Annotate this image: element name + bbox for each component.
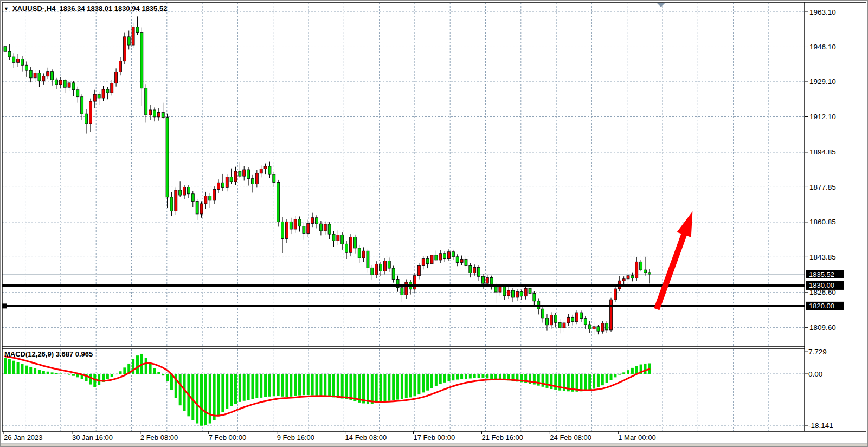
svg-text:-18.141: -18.141	[808, 422, 833, 430]
svg-text:1860.85: 1860.85	[809, 218, 836, 226]
svg-text:24 Feb 08:00: 24 Feb 08:00	[550, 433, 591, 442]
svg-text:1929.10: 1929.10	[809, 77, 836, 86]
svg-text:1894.85: 1894.85	[809, 148, 836, 156]
svg-text:7.729: 7.729	[808, 348, 827, 356]
svg-text:1830.00: 1830.00	[809, 281, 834, 289]
svg-text:1843.85: 1843.85	[809, 253, 836, 261]
chart-window: 1963.101946.101929.101912.101894.851877.…	[0, 0, 868, 447]
svg-text:7 Feb 00:00: 7 Feb 00:00	[209, 433, 246, 442]
svg-text:1946.10: 1946.10	[809, 43, 836, 51]
chart-background	[0, 0, 868, 447]
svg-text:1820.00: 1820.00	[809, 302, 834, 310]
level-selection-handle[interactable]	[2, 303, 7, 308]
svg-text:9 Feb 16:00: 9 Feb 16:00	[277, 433, 314, 442]
svg-text:14 Feb 08:00: 14 Feb 08:00	[345, 433, 387, 442]
svg-text:2 Feb 08:00: 2 Feb 08:00	[140, 433, 178, 442]
level-price-box-1820.00: 1820.00	[806, 302, 844, 310]
svg-text:30 Jan 16:00: 30 Jan 16:00	[72, 433, 113, 442]
svg-text:17 Feb 00:00: 17 Feb 00:00	[414, 433, 455, 442]
svg-text:1835.52: 1835.52	[809, 270, 834, 278]
level-price-box-1830.00: 1830.00	[806, 281, 844, 290]
svg-text:1809.60: 1809.60	[809, 323, 836, 332]
svg-text:1877.85: 1877.85	[809, 183, 836, 191]
svg-text:0.00: 0.00	[808, 370, 822, 378]
svg-text:26 Jan 2023: 26 Jan 2023	[4, 433, 43, 442]
svg-text:21 Feb 16:00: 21 Feb 16:00	[481, 433, 523, 442]
svg-text:1 Mar 00:00: 1 Mar 00:00	[618, 433, 655, 442]
candlestick-chart-canvas[interactable]: 1963.101946.101929.101912.101894.851877.…	[0, 0, 868, 447]
current-price-box: 1835.52	[806, 270, 844, 278]
svg-text:1912.10: 1912.10	[809, 113, 836, 121]
svg-text:1963.10: 1963.10	[809, 8, 836, 16]
